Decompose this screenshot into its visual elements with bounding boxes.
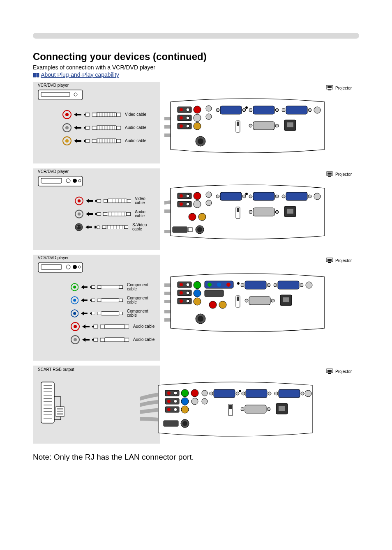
svg-point-146: [275, 210, 279, 214]
svideo-plug-icon: [95, 225, 100, 229]
svg-rect-148: [287, 209, 293, 214]
dvd-icon: [38, 176, 83, 186]
cross-reference-link[interactable]: About Plug-and-Play capability: [41, 71, 119, 78]
projector-label-text: Projector: [335, 86, 352, 90]
svg-rect-163: [101, 285, 119, 289]
diagram-block-4: SCART RGB output Projector: [33, 366, 359, 447]
arrow-left-icon: [81, 311, 88, 315]
plug-icon: [90, 298, 95, 302]
svg-point-117: [80, 226, 81, 227]
svg-rect-184: [104, 324, 125, 329]
svg-rect-183: [100, 325, 104, 328]
plug-icon: [90, 311, 95, 315]
projector-rear-panel: [140, 380, 329, 441]
svg-rect-170: [101, 299, 119, 302]
projector-label-text: Projector: [335, 369, 352, 374]
svg-rect-175: [92, 312, 95, 315]
arrow-left-icon: [82, 338, 90, 342]
svg-point-139: [206, 200, 212, 206]
arrow-left-icon: [81, 298, 88, 302]
projector-label: Projector: [325, 257, 352, 264]
svg-point-156: [73, 265, 77, 269]
diagram-block-3: VCR/DVD player Component cable Component…: [33, 255, 359, 361]
svg-point-242: [191, 398, 198, 405]
svg-point-141: [314, 193, 321, 200]
svg-point-135: [194, 200, 201, 208]
arrow-left-icon: [82, 324, 90, 329]
projector-pane: Projector: [160, 168, 359, 250]
cable-label: Audio cable: [125, 139, 146, 143]
projector-icon: [325, 368, 334, 375]
source-pane: VCR/DVD player Component cable Component…: [33, 255, 160, 361]
projector-label: Projector: [325, 85, 352, 91]
cable-row: Video cable: [62, 110, 155, 119]
svg-rect-6: [84, 114, 85, 115]
projector-pane: Projector: [160, 82, 359, 163]
svg-point-72: [245, 106, 248, 109]
svg-point-118: [77, 228, 78, 228]
svg-point-187: [74, 338, 77, 341]
svg-rect-24: [84, 127, 85, 129]
cable-label: Component cable: [127, 296, 155, 304]
rca-jack-icon: [71, 296, 78, 305]
svg-rect-168: [92, 299, 95, 301]
svg-rect-217: [41, 382, 54, 423]
svg-point-73: [314, 107, 321, 113]
cable-icon: [97, 297, 123, 304]
source-pane: VCR/DVD player Video cable Audio cable A…: [33, 82, 160, 163]
plug-icon: [92, 338, 98, 342]
rca-jack-icon: [62, 123, 71, 132]
scart-icon: [38, 380, 67, 430]
svg-rect-214: [283, 297, 289, 302]
svg-point-197: [194, 290, 201, 297]
projector-icon: [325, 85, 334, 91]
svg-rect-191: [104, 338, 125, 342]
rca-jack-icon: [71, 322, 80, 331]
svg-point-173: [73, 312, 76, 315]
arrow-left-icon: [74, 139, 81, 143]
projector-pane: Projector: [160, 255, 359, 361]
svg-point-205: [219, 301, 226, 308]
rca-jack-icon: [71, 309, 78, 318]
svg-rect-237: [328, 373, 331, 374]
svg-point-159: [73, 285, 76, 288]
svg-rect-122: [102, 226, 106, 228]
svg-rect-190: [100, 338, 104, 341]
arrow-left-icon: [85, 225, 92, 229]
svg-rect-27: [96, 126, 117, 130]
svg-rect-26: [92, 126, 96, 129]
arrow-left-icon: [74, 126, 81, 130]
dvd-icon: [38, 262, 83, 273]
svg-rect-178: [119, 312, 123, 315]
projector-rear-panel: [164, 96, 329, 158]
svg-point-202: [226, 283, 231, 287]
svg-rect-57: [117, 139, 121, 143]
svg-rect-254: [164, 421, 178, 426]
svg-rect-176: [97, 312, 101, 315]
section-subtitle: Examples of connection with a VCR/DVD pl…: [33, 64, 392, 71]
svg-point-121: [97, 226, 100, 229]
svg-point-78: [275, 124, 279, 127]
diagram-block-2: VCR/DVD player Video cable Audio cable: [33, 168, 359, 250]
projector-rear-panel: [164, 182, 329, 244]
svg-point-115: [77, 225, 81, 230]
svg-point-23: [65, 126, 69, 129]
arrow-left-icon: [74, 113, 81, 117]
svg-rect-21: [117, 113, 121, 116]
svg-point-82: [198, 138, 203, 144]
cross-reference: About Plug-and-Play capability: [33, 71, 392, 78]
projector-icon: [325, 171, 334, 177]
cable-icon: [103, 211, 131, 217]
source-label: VCR/DVD player: [38, 169, 69, 174]
cable-row: Component cable: [71, 309, 155, 318]
arrow-left-icon: [86, 212, 93, 216]
svg-rect-80: [287, 122, 293, 127]
cable-label: Video cable: [125, 113, 146, 117]
svg-rect-189: [94, 338, 98, 341]
svg-rect-45: [96, 139, 117, 143]
svg-point-68: [194, 114, 201, 122]
svg-rect-161: [92, 285, 95, 288]
svg-rect-169: [97, 299, 101, 301]
plug-icon: [84, 113, 90, 117]
svg-rect-253: [279, 406, 285, 411]
